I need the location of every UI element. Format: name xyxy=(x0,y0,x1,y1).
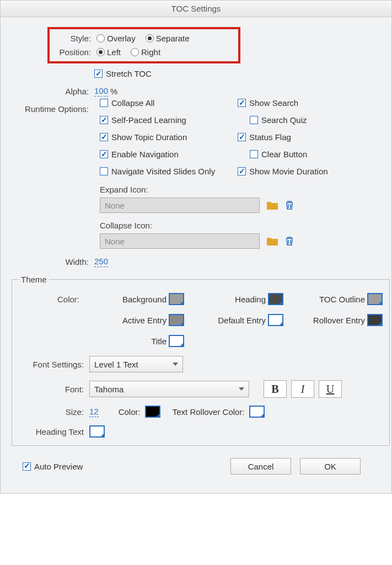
checkbox-icon xyxy=(100,116,108,124)
text-color-swatch[interactable] xyxy=(145,406,160,418)
underline-button[interactable]: U xyxy=(319,380,342,398)
font-label: Font: xyxy=(19,385,85,394)
size-value[interactable]: 12 xyxy=(89,407,99,417)
checkbox-icon xyxy=(94,70,103,78)
ok-button[interactable]: OK xyxy=(300,458,361,475)
checkbox-icon xyxy=(238,167,246,175)
position-right-radio[interactable]: Right xyxy=(131,47,160,57)
italic-button[interactable]: I xyxy=(291,380,314,398)
auto-preview-checkbox[interactable]: Auto Preview xyxy=(23,462,83,471)
text-rollover-label: Text Rollover Color: xyxy=(173,407,245,417)
default-entry-color-swatch[interactable] xyxy=(268,314,283,326)
alpha-unit: % xyxy=(110,87,117,96)
background-color-swatch[interactable] xyxy=(169,293,184,305)
style-separate-radio[interactable]: Separate xyxy=(146,34,190,43)
expand-icon-label: Expand Icon: xyxy=(100,185,376,194)
radio-icon xyxy=(131,48,139,56)
color-label: Color: xyxy=(19,295,85,304)
toc-settings-dialog: TOC Settings Style: Overlay Separate P xyxy=(0,0,392,494)
alpha-label: Alpha: xyxy=(12,87,94,96)
radio-icon xyxy=(146,34,154,42)
heading-text-label: Heading Text xyxy=(19,427,85,436)
self-paced-learning-checkbox[interactable]: Self-Paced Learning xyxy=(100,115,238,125)
titlebar: TOC Settings xyxy=(1,1,391,17)
collapse-all-checkbox[interactable]: Collapse All xyxy=(100,98,238,108)
size-label: Size: xyxy=(19,407,85,417)
width-label: Width: xyxy=(12,257,94,266)
theme-legend: Theme xyxy=(19,275,49,284)
folder-icon[interactable] xyxy=(266,236,278,246)
style-overlay-radio[interactable]: Overlay xyxy=(96,34,136,43)
radio-icon xyxy=(96,34,105,42)
enable-navigation-checkbox[interactable]: Enable Navigation xyxy=(100,150,238,159)
position-left-radio[interactable]: Left xyxy=(96,47,121,57)
active-entry-color-swatch[interactable] xyxy=(169,314,184,326)
font-settings-select[interactable]: Level 1 Text xyxy=(89,356,183,372)
checkbox-icon xyxy=(238,133,246,141)
folder-icon[interactable] xyxy=(266,200,278,210)
trash-icon[interactable] xyxy=(285,200,294,210)
highlight-box: Style: Overlay Separate Position: xyxy=(47,27,240,63)
heading-color-swatch[interactable] xyxy=(268,293,283,305)
checkbox-icon xyxy=(100,133,108,141)
checkbox-icon xyxy=(100,99,108,107)
expand-icon-input[interactable]: None xyxy=(100,198,260,213)
title-color-swatch[interactable] xyxy=(169,335,184,347)
collapse-icon-label: Collapse Icon: xyxy=(100,221,376,230)
text-rollover-color-swatch[interactable] xyxy=(249,406,265,418)
collapse-icon-input[interactable]: None xyxy=(100,233,260,249)
text-color-label: Color: xyxy=(119,407,141,417)
font-settings-label: Font Settings: xyxy=(19,360,85,369)
dialog-content: Style: Overlay Separate Position: xyxy=(1,17,391,493)
radio-icon xyxy=(96,48,105,56)
checkbox-icon xyxy=(250,116,258,124)
bold-button[interactable]: B xyxy=(264,380,287,398)
toc-outline-color-swatch[interactable] xyxy=(367,293,383,305)
checkbox-icon xyxy=(23,462,31,471)
style-label: Style: xyxy=(50,34,96,43)
runtime-label: Runtime Options: xyxy=(12,104,94,114)
heading-text-color-swatch[interactable] xyxy=(89,425,105,438)
show-movie-duration-checkbox[interactable]: Show Movie Duration xyxy=(238,167,359,176)
checkbox-icon xyxy=(250,150,258,158)
status-flag-checkbox[interactable]: Status Flag xyxy=(238,132,359,142)
checkbox-icon xyxy=(238,99,246,107)
search-quiz-checkbox[interactable]: Search Quiz xyxy=(238,115,359,125)
checkbox-icon xyxy=(100,167,108,175)
cancel-button[interactable]: Cancel xyxy=(230,458,291,475)
stretch-toc-checkbox[interactable]: Stretch TOC xyxy=(94,69,152,78)
font-select[interactable]: Tahoma xyxy=(89,381,249,397)
position-label: Position: xyxy=(50,47,96,57)
clear-button-checkbox[interactable]: Clear Button xyxy=(238,150,359,159)
rollover-entry-color-swatch[interactable] xyxy=(367,314,383,326)
navigate-visited-checkbox[interactable]: Navigate Visited Slides Only xyxy=(100,167,238,176)
width-value[interactable]: 250 xyxy=(94,257,108,267)
checkbox-icon xyxy=(100,150,108,158)
trash-icon[interactable] xyxy=(285,236,294,246)
theme-fieldset: Theme Color: Background Heading TOC Outl… xyxy=(12,275,390,446)
alpha-value[interactable]: 100 xyxy=(94,86,108,97)
show-search-checkbox[interactable]: Show Search xyxy=(238,98,359,108)
window-title: TOC Settings xyxy=(171,4,221,13)
show-topic-duration-checkbox[interactable]: Show Topic Duration xyxy=(100,132,238,142)
